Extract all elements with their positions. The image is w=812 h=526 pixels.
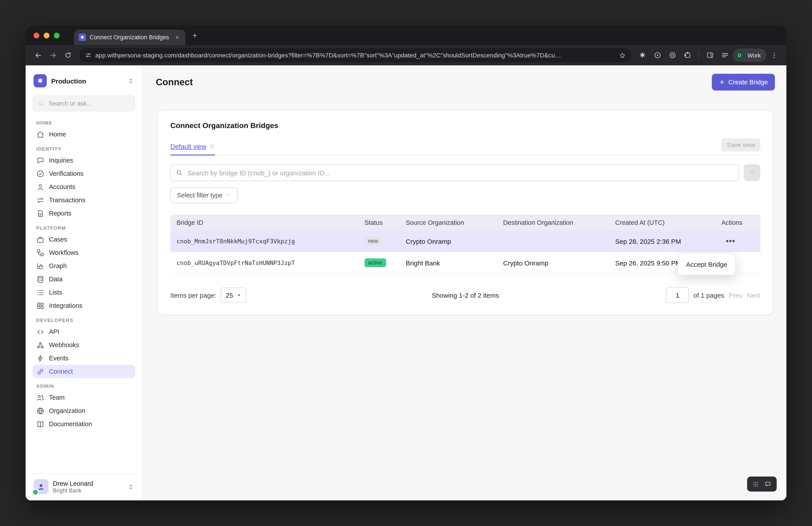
inquiries-icon xyxy=(36,156,45,165)
search-row xyxy=(170,164,760,181)
sidebar-item-events[interactable]: Events xyxy=(33,352,135,365)
workspace-name: Production xyxy=(51,77,123,85)
sidebar-item-label: Inquiries xyxy=(49,157,73,164)
reports-icon xyxy=(36,209,45,217)
prev-page-button[interactable]: Prev xyxy=(729,291,742,299)
address-bar[interactable]: app.withpersona-staging.com/dashboard/co… xyxy=(79,48,631,62)
sidebar-item-team[interactable]: Team xyxy=(33,391,135,404)
new-tab-button[interactable] xyxy=(188,29,201,42)
sidebar-item-lists[interactable]: Lists xyxy=(33,286,135,299)
forward-button[interactable] xyxy=(46,48,60,62)
save-view-button[interactable]: Save view xyxy=(722,138,760,152)
filter-button[interactable] xyxy=(744,164,760,181)
profile-avatar: D xyxy=(735,51,744,60)
sidebar-item-label: Transactions xyxy=(49,197,85,203)
sidebar-item-label: Connect xyxy=(49,368,73,375)
toolbar-divider xyxy=(699,51,699,59)
col-status: Status xyxy=(359,215,401,230)
sidebar-item-label: Graph xyxy=(49,262,67,269)
bookmark-star-icon[interactable] xyxy=(617,49,628,61)
table-row[interactable]: cnob_MnmJsrT8nNkkMuj9TcxqF3Vkpzjg new Cr… xyxy=(170,230,760,252)
status-badge: new xyxy=(364,237,382,245)
support-launcher[interactable] xyxy=(747,477,777,492)
sidebar-item-label: Cases xyxy=(49,236,67,243)
sidebar-item-home[interactable]: Home xyxy=(33,128,135,141)
browser-menu-icon[interactable] xyxy=(767,48,781,62)
accept-bridge-menu-item[interactable]: Accept Bridge xyxy=(678,257,735,272)
sidebar-item-label: Organization xyxy=(49,407,85,414)
workspace-switcher[interactable]: ✱ Production xyxy=(31,71,137,91)
extension-circle-icon[interactable] xyxy=(651,48,665,62)
sidebar-item-graph[interactable]: Graph xyxy=(33,259,135,272)
side-panel-icon[interactable] xyxy=(703,48,717,62)
minimize-window-button[interactable] xyxy=(44,32,49,38)
sidebar-item-api[interactable]: API xyxy=(33,325,135,338)
sidebar-item-label: Events xyxy=(49,355,69,362)
pagination-summary: Showing 1-2 of 2 items xyxy=(432,291,499,299)
table-row[interactable]: cnob_uRUAgyaTDVpFtrNaTsHUNNP3JzpT active… xyxy=(170,252,760,274)
team-icon xyxy=(36,393,45,402)
sidebar-item-inquiries[interactable]: Inquiries xyxy=(33,154,135,167)
reload-button[interactable] xyxy=(61,48,75,62)
sidebar-item-documentation[interactable]: Documentation xyxy=(33,417,135,431)
browser-tab-bar: ✱ Connect Organization Bridges xyxy=(26,26,786,45)
sidebar-item-data[interactable]: Data xyxy=(33,272,135,286)
destination-org-cell: Crypto Onramp xyxy=(498,252,610,274)
verifications-icon xyxy=(36,169,45,178)
sidebar-item-webhooks[interactable]: Webhooks xyxy=(33,338,135,352)
sidebar-search[interactable] xyxy=(33,95,135,111)
user-org: Bright Bank xyxy=(53,487,123,494)
sidebar-item-cases[interactable]: Cases xyxy=(33,233,135,246)
search-icon xyxy=(176,169,183,176)
close-window-button[interactable] xyxy=(33,32,39,38)
sidebar-item-label: Home xyxy=(49,131,66,138)
row-actions-menu: Accept Bridge xyxy=(678,254,736,275)
sidebar-item-transactions[interactable]: Transactions xyxy=(33,194,135,207)
browser-profile-button[interactable]: D Work xyxy=(733,48,766,62)
back-button[interactable] xyxy=(31,48,45,62)
created-at-cell: Sep 28, 2025 2:36 PM xyxy=(610,230,716,252)
extensions-puzzle-icon[interactable] xyxy=(681,48,695,62)
tab-default-view[interactable]: Default view xyxy=(170,143,215,155)
persona-extension-icon[interactable]: ✱ xyxy=(636,48,650,62)
page-number-input[interactable] xyxy=(666,287,689,303)
tab-favicon-icon: ✱ xyxy=(78,33,86,41)
row-actions-button[interactable]: ••• xyxy=(721,237,736,245)
sidebar-item-label: Accounts xyxy=(49,183,75,190)
sidebar-item-verifications[interactable]: Verifications xyxy=(33,167,135,180)
password-manager-icon[interactable] xyxy=(666,48,680,62)
sidebar-item-organization[interactable]: Organization xyxy=(33,404,135,417)
sidebar-search-input[interactable] xyxy=(48,99,130,107)
items-per-page-select[interactable]: 25 xyxy=(221,287,246,302)
sidebar-item-label: Team xyxy=(49,394,64,401)
sidebar-nav: HOME Home IDENTITY Inquiries Verificatio… xyxy=(31,114,137,473)
online-status-dot xyxy=(32,489,39,496)
sidebar-item-connect[interactable]: Connect xyxy=(33,365,135,378)
filter-type-label: Select filter type xyxy=(177,192,222,199)
tab-close-icon[interactable] xyxy=(173,33,181,41)
browser-tab[interactable]: ✱ Connect Organization Bridges xyxy=(74,30,185,45)
data-icon xyxy=(36,275,45,283)
col-destination-org: Destination Organization xyxy=(498,215,610,230)
sidebar-item-integrations[interactable]: Integrations xyxy=(33,299,135,312)
page-header: Connect Create Bridge xyxy=(143,65,786,93)
bridge-search-input[interactable] xyxy=(170,164,739,181)
reading-list-icon[interactable] xyxy=(718,48,732,62)
next-page-button[interactable]: Next xyxy=(747,291,760,299)
create-bridge-button[interactable]: Create Bridge xyxy=(712,74,775,90)
sidebar-section-label: PLATFORM xyxy=(33,220,135,233)
pagination: Items per page: 25 Showing 1-2 of 2 item… xyxy=(170,287,760,303)
user-menu[interactable]: Drew Leonard Bright Bank xyxy=(31,473,137,500)
select-filter-type-button[interactable]: Select filter type xyxy=(170,187,238,203)
chat-bubble-icon xyxy=(764,481,771,487)
workflows-icon xyxy=(36,248,45,257)
site-controls-icon[interactable] xyxy=(85,52,92,59)
transactions-icon xyxy=(36,196,45,204)
sidebar-item-accounts[interactable]: Accounts xyxy=(33,180,135,194)
sidebar-item-workflows[interactable]: Workflows xyxy=(33,246,135,259)
zoom-window-button[interactable] xyxy=(54,32,60,38)
source-org-cell: Crypto Onramp xyxy=(401,230,498,252)
items-per-page-value: 25 xyxy=(226,291,233,299)
home-icon xyxy=(36,130,45,139)
sidebar-item-reports[interactable]: Reports xyxy=(33,207,135,220)
